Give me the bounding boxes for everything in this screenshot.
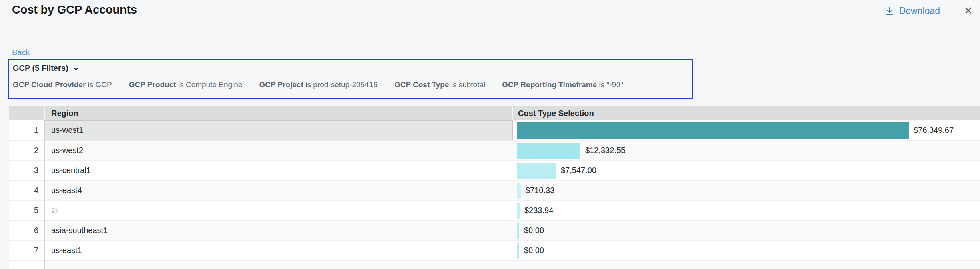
filter-chip-list: GCP Cloud Provider is GCPGCP Product is … — [13, 80, 688, 89]
table-row[interactable]: 4 us-east4 $710.33 — [9, 181, 980, 201]
cost-value: $7,547.00 — [561, 166, 596, 175]
cost-value: $710.33 — [526, 186, 554, 195]
region-cell[interactable]: us-west2 — [45, 141, 513, 161]
table-row[interactable]: 2 us-west2 $12,332.55 — [9, 141, 980, 161]
page-title: Cost by GCP Accounts — [12, 3, 137, 16]
cost-table: Region Cost Type Selection 1 us-west1 $7… — [9, 106, 980, 269]
region-cell[interactable]: us-central1 — [45, 161, 513, 181]
row-number-column-header — [9, 106, 45, 120]
cost-value: $0.00 — [524, 226, 544, 235]
cost-value: $0.00 — [524, 246, 544, 255]
row-index: 6 — [9, 221, 45, 241]
filter-name: GCP Reporting Timeframe — [502, 80, 597, 89]
table-header-row: Region Cost Type Selection — [9, 106, 980, 120]
cost-bar-cell[interactable]: $0.00 — [513, 221, 980, 241]
cost-bar — [517, 203, 520, 219]
table-row[interactable]: 3 us-central1 $7,547.00 — [9, 161, 980, 181]
row-index: 3 — [9, 161, 45, 181]
cost-bar — [517, 163, 556, 179]
download-icon — [885, 6, 894, 16]
cost-bar — [517, 223, 519, 239]
row-index: 1 — [9, 120, 45, 141]
cost-bar-cell[interactable]: $7,547.00 — [513, 161, 980, 181]
row-index: 7 — [9, 241, 45, 261]
row-index: 5 — [9, 201, 45, 221]
download-label: Download — [899, 6, 940, 16]
table-rows: 1 us-west1 $76,349.67 2 us-west2 $12,332… — [9, 120, 980, 261]
cost-bar-cell[interactable]: $233.94 — [513, 201, 980, 221]
table-row[interactable]: 7 us-east1 $0.00 — [9, 241, 980, 261]
region-cell[interactable]: asia-southeast1 — [45, 221, 513, 241]
cost-bar — [517, 143, 580, 159]
filter-condition: is subtotal — [451, 80, 486, 89]
filter-summary-label: GCP (5 Filters) — [13, 64, 68, 73]
filter-panel: GCP (5 Filters) GCP Cloud Provider is GC… — [8, 59, 693, 99]
table-row[interactable]: 1 us-west1 $76,349.67 — [9, 120, 980, 141]
filter-chip[interactable]: GCP Reporting Timeframe is "-90" — [502, 80, 623, 89]
cost-bar-cell[interactable]: $710.33 — [513, 181, 980, 201]
download-button[interactable]: Download — [885, 6, 940, 16]
table-row[interactable]: 5 ∅ $233.94 — [9, 201, 980, 221]
filter-name: GCP Cloud Provider — [13, 80, 86, 89]
cost-bar — [517, 183, 521, 199]
filter-chip[interactable]: GCP Cost Type is subtotal — [394, 80, 485, 89]
region-cell[interactable]: us-west1 — [45, 120, 513, 141]
cost-value: $12,332.55 — [585, 146, 625, 155]
cost-bar-cell[interactable]: $0.00 — [513, 241, 980, 261]
filter-condition: is Compute Engine — [178, 80, 243, 89]
filter-summary-dropdown[interactable]: GCP (5 Filters) — [13, 64, 688, 73]
cost-bar-cell[interactable]: $76,349.67 — [513, 120, 980, 141]
cost-value: $76,349.67 — [914, 126, 954, 135]
back-link[interactable]: Back — [12, 48, 30, 57]
cost-bar — [517, 243, 519, 259]
modal-cost-by-gcp-accounts: Cost by GCP Accounts Download ✕ Back GCP… — [0, 0, 980, 269]
row-index: 4 — [9, 181, 45, 201]
cost-bar-cell[interactable]: $12,332.55 — [513, 141, 980, 161]
region-cell[interactable]: ∅ — [45, 201, 513, 221]
chevron-down-icon — [72, 64, 80, 72]
filter-chip[interactable]: GCP Cloud Provider is GCP — [13, 80, 112, 89]
row-index: 2 — [9, 141, 45, 161]
filter-chip[interactable]: GCP Project is prod-setup-205416 — [259, 80, 377, 89]
region-column-header[interactable]: Region — [45, 106, 513, 120]
close-icon[interactable]: ✕ — [962, 4, 974, 18]
filter-condition: is "-90" — [599, 80, 623, 89]
region-cell[interactable]: us-east4 — [45, 181, 513, 201]
filter-chip[interactable]: GCP Product is Compute Engine — [129, 80, 243, 89]
filter-name: GCP Project — [259, 80, 303, 89]
region-cell[interactable]: us-east1 — [45, 241, 513, 261]
filter-name: GCP Product — [129, 80, 176, 89]
cost-value: $233.94 — [524, 206, 553, 215]
filter-name: GCP Cost Type — [394, 80, 449, 89]
filter-condition: is prod-setup-205416 — [305, 80, 378, 89]
table-row-partial — [9, 261, 980, 269]
filter-condition: is GCP — [88, 80, 112, 89]
cost-bar — [517, 122, 909, 139]
table-row[interactable]: 6 asia-southeast1 $0.00 — [9, 221, 980, 241]
cost-column-header[interactable]: Cost Type Selection — [513, 106, 980, 120]
